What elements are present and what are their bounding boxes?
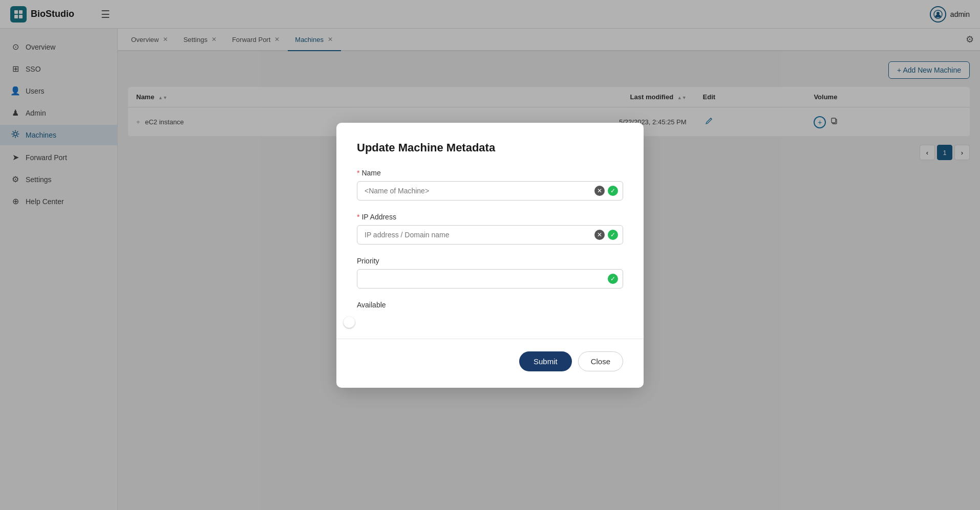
content-area: Overview ✕ Settings ✕ Forward Port ✕ Mac… (118, 29, 980, 510)
priority-input[interactable] (357, 269, 623, 289)
name-required-star: * (357, 169, 359, 177)
priority-input-wrapper: ✓ (357, 269, 623, 289)
name-label: * Name (357, 169, 623, 177)
modal-overlay: Update Machine Metadata * Name ✕ ✓ (0, 29, 980, 510)
ip-input-wrapper: ✕ ✓ (357, 225, 623, 245)
available-label: Available (357, 301, 623, 309)
modal-divider (336, 339, 644, 339)
name-input-actions: ✕ ✓ (594, 186, 618, 196)
name-input-wrapper: ✕ ✓ (357, 181, 623, 201)
ip-check-icon: ✓ (608, 230, 618, 240)
ip-input[interactable] (357, 225, 623, 245)
submit-button[interactable]: Submit (519, 351, 572, 371)
modal-dialog: Update Machine Metadata * Name ✕ ✓ (336, 123, 644, 388)
main-layout: ⊙ Overview ⊞ SSO 👤 Users ♟ Admin Machine… (0, 29, 980, 510)
name-clear-icon[interactable]: ✕ (594, 186, 605, 196)
ip-form-group: * IP Address ✕ ✓ (357, 213, 623, 245)
modal-title: Update Machine Metadata (357, 141, 623, 154)
name-check-icon: ✓ (608, 186, 618, 196)
close-button[interactable]: Close (578, 351, 623, 371)
name-form-group: * Name ✕ ✓ (357, 169, 623, 201)
ip-clear-icon[interactable]: ✕ (594, 230, 605, 240)
ip-input-actions: ✕ ✓ (594, 230, 618, 240)
priority-form-group: Priority ✓ (357, 257, 623, 289)
toggle-thumb (344, 317, 355, 328)
modal-footer: Submit Close (357, 351, 623, 371)
available-form-group: Available (357, 301, 623, 324)
priority-check-icon: ✓ (608, 274, 618, 284)
ip-label: * IP Address (357, 213, 623, 221)
ip-required-star: * (357, 213, 359, 221)
name-input[interactable] (357, 181, 623, 201)
priority-input-actions: ✓ (608, 274, 618, 284)
priority-label: Priority (357, 257, 623, 265)
